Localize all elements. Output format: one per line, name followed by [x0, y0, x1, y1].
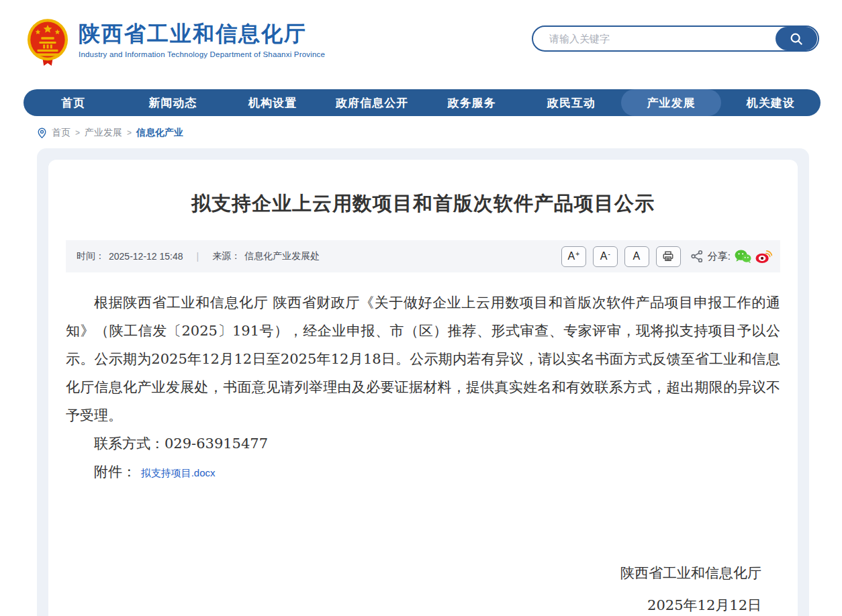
breadcrumb-separator: >: [127, 128, 132, 138]
search-icon: [789, 32, 804, 46]
article-title: 拟支持企业上云用数项目和首版次软件产品项目公示: [66, 191, 780, 217]
attachment-link[interactable]: 拟支持项目.docx: [141, 467, 216, 478]
nav-item-interaction[interactable]: 政民互动: [522, 89, 621, 116]
contact-line: 联系方式：029-63915477: [66, 429, 780, 458]
article-meta-left: 时间： 2025-12-12 15:48 | 来源： 信息化产业发展处: [77, 250, 320, 262]
site-header: 陕西省工业和信息化厅 Industry and Information Tech…: [0, 0, 842, 89]
site-subtitle: Industry and Information Technology Depa…: [79, 50, 325, 58]
print-button[interactable]: [656, 246, 681, 267]
share-label: 分享:: [708, 250, 731, 263]
site-title-block: 陕西省工业和信息化厅 Industry and Information Tech…: [79, 22, 325, 58]
signoff-org: 陕西省工业和信息化厅: [66, 566, 761, 580]
breadcrumb-home[interactable]: 首页: [52, 127, 71, 139]
share-icon: [690, 250, 704, 263]
font-reset-button[interactable]: A: [624, 246, 649, 267]
nav-item-agency[interactable]: 机关建设: [721, 89, 821, 116]
breadcrumb-separator: >: [75, 128, 80, 138]
source-label: 来源：: [212, 250, 240, 262]
article-meta-actions: A+ A- A: [561, 246, 772, 267]
main-nav: 首页 新闻动态 机构设置 政府信息公开 政务服务 政民互动 产业发展 机关建设: [24, 89, 821, 116]
article-paragraph: 根据陕西省工业和信息化厅 陕西省财政厅《关于做好企业上云用数项目和首版次软件产品…: [66, 289, 780, 429]
time-value: 2025-12-12 15:48: [109, 251, 183, 262]
nav-item-gov-info[interactable]: 政府信息公开: [322, 89, 422, 116]
font-decrease-button[interactable]: A-: [593, 246, 618, 267]
nav-item-services[interactable]: 政务服务: [422, 89, 522, 116]
article-meta-bar: 时间： 2025-12-12 15:48 | 来源： 信息化产业发展处 A+ A…: [66, 240, 780, 272]
search-input[interactable]: [533, 33, 776, 44]
source-value: 信息化产业发展处: [244, 250, 320, 262]
article-signoff: 陕西省工业和信息化厅 2025年12月12日: [66, 566, 780, 613]
nav-item-organization[interactable]: 机构设置: [223, 89, 322, 116]
article-body: 根据陕西省工业和信息化厅 陕西省财政厅《关于做好企业上云用数项目和首版次软件产品…: [66, 289, 780, 613]
location-pin-icon: [37, 127, 47, 139]
nav-item-news[interactable]: 新闻动态: [123, 89, 222, 116]
national-emblem-logo: [27, 19, 68, 67]
attachment-line: 附件： 拟支持项目.docx: [66, 458, 780, 486]
share-group: 分享:: [690, 249, 772, 264]
nav-item-home[interactable]: 首页: [24, 89, 123, 116]
attachment-label: 附件：: [94, 464, 136, 480]
breadcrumb-section[interactable]: 产业发展: [85, 127, 122, 139]
meta-divider: |: [197, 251, 199, 262]
content-container: 拟支持企业上云用数项目和首版次软件产品项目公示 时间： 2025-12-12 1…: [37, 148, 809, 616]
site-title: 陕西省工业和信息化厅: [79, 22, 325, 46]
signoff-date: 2025年12月12日: [66, 599, 761, 613]
breadcrumb-current: 信息化产业: [136, 127, 183, 139]
search-box: [532, 25, 819, 52]
breadcrumb: 首页 > 产业发展 > 信息化产业: [0, 116, 842, 147]
nav-item-industry-dev[interactable]: 产业发展: [621, 89, 720, 116]
weibo-share-icon[interactable]: [755, 249, 772, 264]
article-card: 拟支持企业上云用数项目和首版次软件产品项目公示 时间： 2025-12-12 1…: [48, 160, 798, 616]
time-label: 时间：: [77, 250, 105, 262]
printer-icon: [662, 250, 674, 262]
wechat-share-icon[interactable]: [735, 249, 751, 264]
font-increase-button[interactable]: A+: [561, 246, 586, 267]
search-button[interactable]: [776, 27, 817, 50]
